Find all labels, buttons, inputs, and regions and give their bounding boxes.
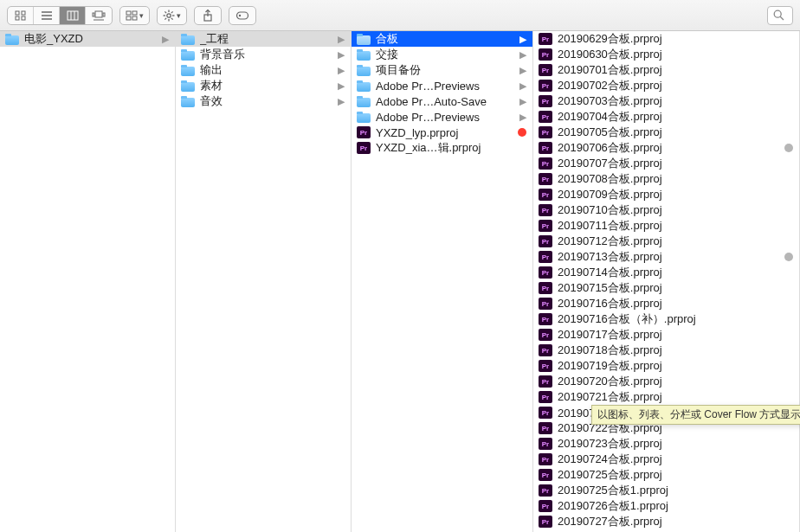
file-row[interactable]: 20190702合板.prproj (533, 78, 799, 93)
folder-row[interactable]: Adobe Pr…Previews▶ (352, 78, 532, 93)
folder-row[interactable]: Adobe Pr…Auto-Save▶ (352, 93, 532, 109)
item-label: 20190703合板.prproj (558, 93, 797, 109)
item-label: 20190704合板.prproj (558, 109, 797, 125)
premiere-project-icon (539, 251, 552, 263)
action-menu-btn[interactable]: ▾ (157, 6, 187, 25)
folder-row[interactable]: 项目备份▶ (352, 62, 532, 78)
premiere-project-icon (539, 80, 552, 92)
tag-dot (518, 128, 526, 137)
folder-row[interactable]: 音效▶ (176, 93, 351, 109)
file-row[interactable]: YXZD_xia…辑.prproj (352, 140, 532, 156)
svg-point-31 (774, 10, 781, 17)
file-row[interactable]: 20190716合板.prproj (533, 296, 799, 311)
file-row[interactable]: 20190703合板.prproj (533, 93, 799, 109)
file-row[interactable]: 20190720合板.prproj (533, 374, 799, 389)
premiere-project-icon (539, 391, 552, 403)
folder-row[interactable]: 输出▶ (176, 62, 351, 78)
premiere-project-icon (539, 111, 552, 123)
finder-column[interactable]: 合板▶交接▶项目备份▶Adobe Pr…Previews▶Adobe Pr…Au… (352, 31, 533, 532)
file-row[interactable]: 20190701合板.prproj (533, 62, 799, 78)
item-label: 20190720合板.prproj (558, 374, 797, 389)
file-row[interactable]: 20190704合板.prproj (533, 109, 799, 125)
item-label: 20190727合板.prproj (558, 514, 797, 529)
file-row[interactable]: 20190723合板.prproj (533, 436, 799, 452)
item-label: YXZD_lyp.prproj (376, 126, 513, 139)
svg-rect-2 (16, 16, 19, 20)
folder-row[interactable]: 交接▶ (352, 47, 532, 62)
gallery-icon (92, 10, 106, 21)
file-row[interactable]: 20190710合板.prproj (533, 202, 799, 218)
folder-row[interactable]: 背景音乐▶ (176, 47, 351, 62)
file-row[interactable]: 20190715合板.prproj (533, 280, 799, 296)
share-btn[interactable] (194, 6, 222, 25)
item-label: 20190713合板.prproj (558, 249, 779, 265)
item-label: 背景音乐 (200, 47, 332, 62)
chevron-right-icon: ▶ (338, 34, 345, 45)
file-row[interactable]: 20190629合板.prproj (533, 31, 799, 47)
premiere-project-icon (539, 173, 552, 185)
item-label: 20190705合板.prproj (558, 125, 797, 140)
folder-icon (357, 51, 371, 61)
file-row[interactable]: 20190721合板.prproj (533, 389, 799, 405)
arrange-menu-btn[interactable]: ▾ (119, 6, 150, 25)
file-row[interactable]: 20190717合板.prproj (533, 327, 799, 343)
folder-row[interactable]: 素材▶ (176, 78, 351, 93)
view-mode-list-btn[interactable] (34, 7, 60, 24)
item-label: 20190726合板1.prproj (558, 498, 797, 514)
chevron-down-icon: ▾ (177, 11, 181, 20)
file-row[interactable]: 20190719合板.prproj (533, 358, 799, 374)
arrange-icon (126, 10, 138, 21)
finder-column[interactable]: 电影_YXZD▶ (0, 31, 176, 532)
item-label: 交接 (376, 47, 514, 62)
premiere-project-icon (539, 126, 552, 138)
svg-line-24 (171, 17, 173, 19)
folder-row[interactable]: _工程▶ (176, 31, 351, 47)
folder-icon (181, 51, 195, 61)
item-label: 输出 (200, 62, 332, 78)
premiere-project-icon (539, 422, 552, 434)
svg-rect-1 (22, 11, 25, 15)
item-label: 20190629合板.prproj (558, 31, 797, 47)
file-row[interactable]: 20190712合板.prproj (533, 234, 799, 249)
file-row[interactable]: 20190718合板.prproj (533, 343, 799, 358)
finder-column[interactable]: _工程▶背景音乐▶输出▶素材▶音效▶ (176, 31, 352, 532)
file-row[interactable]: 20190714合板.prproj (533, 265, 799, 280)
search-input[interactable] (767, 6, 793, 25)
svg-rect-3 (22, 16, 25, 20)
file-row[interactable]: 20190726合板1.prproj (533, 498, 799, 514)
folder-row[interactable]: 合板▶ (352, 31, 532, 47)
file-row[interactable]: 20190724合板.prproj (533, 452, 799, 467)
item-label: _工程 (200, 31, 332, 47)
chevron-right-icon: ▶ (519, 65, 526, 76)
file-row[interactable]: 20190725合板.prproj (533, 467, 799, 483)
premiere-project-icon (539, 313, 552, 325)
item-label: 20190630合板.prproj (558, 47, 797, 62)
file-row[interactable]: YXZD_lyp.prproj (352, 125, 532, 140)
premiere-project-icon (539, 95, 552, 107)
file-row[interactable]: 20190711合板.prproj (533, 218, 799, 234)
premiere-project-icon (539, 469, 552, 481)
premiere-project-icon (539, 453, 552, 465)
file-row[interactable]: 20190630合板.prproj (533, 47, 799, 62)
premiere-project-icon (539, 344, 552, 356)
file-row[interactable]: 20190706合板.prproj (533, 140, 799, 156)
finder-column[interactable]: 20190629合板.prproj20190630合板.prproj201907… (533, 31, 800, 532)
file-row[interactable]: 20190709合板.prproj (533, 187, 799, 202)
svg-point-30 (239, 14, 241, 16)
file-row[interactable]: 20190707合板.prproj (533, 156, 799, 171)
folder-row[interactable]: Adobe Pr…Previews▶ (352, 109, 532, 125)
file-row[interactable]: 20190716合板（补）.prproj (533, 311, 799, 327)
view-mode-coverflow-btn[interactable] (86, 7, 112, 24)
list-icon (41, 10, 53, 21)
file-row[interactable]: 20190725合板1.prproj (533, 483, 799, 498)
file-row[interactable]: 20190705合板.prproj (533, 125, 799, 140)
premiere-project-icon (539, 375, 552, 388)
file-row[interactable]: 20190708合板.prproj (533, 171, 799, 187)
file-row[interactable]: 20190727合板.prproj (533, 514, 799, 529)
view-mode-icon-btn[interactable] (8, 7, 34, 24)
view-mode-columns-btn[interactable] (60, 7, 86, 24)
file-row[interactable]: 20190713合板.prproj (533, 249, 799, 265)
folder-row[interactable]: 电影_YXZD▶ (0, 31, 175, 47)
item-label: 20190711合板.prproj (558, 218, 797, 234)
tags-btn[interactable] (229, 6, 256, 25)
